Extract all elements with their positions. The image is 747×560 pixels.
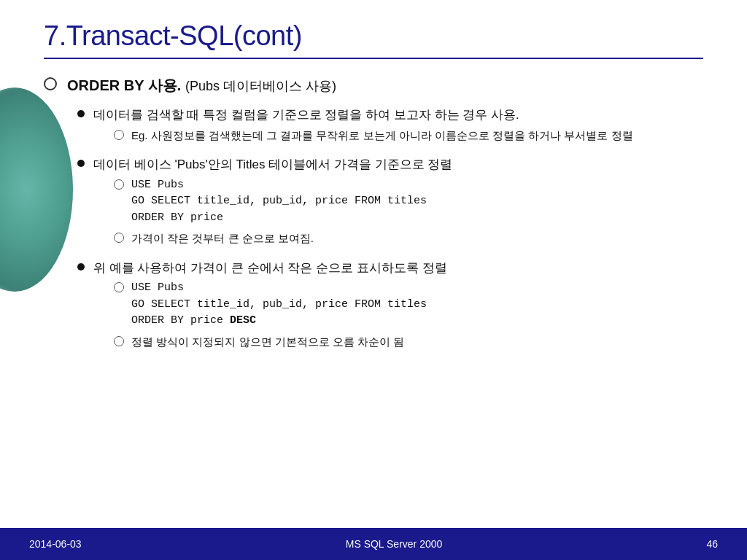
footer: 2014-06-03 MS SQL Server 2000 46 — [0, 528, 747, 560]
bullet-open-icon — [44, 77, 57, 90]
level2-text-2: 데이터 베이스 'Pubs'안의 Titles 테이블에서 가격을 기준으로 정… — [93, 155, 452, 174]
slide-title: 7.Transact-SQL(cont) — [44, 20, 703, 52]
level3-item-3-2: 정렬 방식이 지정되지 않으면 기본적으로 오름 차순이 됨 — [114, 334, 447, 351]
level1-item: ORDER BY 사용. (Pubs 데이터베이스 사용) — [44, 75, 703, 96]
level2-item-3: 위 예를 사용하여 가격이 큰 순에서 작은 순으로 표시하도록 정렬 USE … — [77, 259, 703, 355]
level3-container-1: Eg. 사원정보를 검색했는데 그 결과를 무작위로 보는게 아니라 이름순으로… — [114, 128, 633, 144]
header: 7.Transact-SQL(cont) — [0, 0, 747, 52]
content-area: ORDER BY 사용. (Pubs 데이터베이스 사용) 데이터를 검색할 때… — [0, 59, 747, 354]
slide: 7.Transact-SQL(cont) ORDER BY 사용. (Pubs … — [0, 0, 747, 560]
level3-item-3-1: USE PubsGO SELECT title_id, pub_id, pric… — [114, 280, 447, 330]
bullet-small-icon-5 — [114, 336, 124, 346]
bullet-small-icon-2 — [114, 179, 124, 190]
level2-item-1: 데이터를 검색할 때 특정 컬럼을 기준으로 정렬을 하여 보고자 하는 경우 … — [77, 106, 703, 148]
level2-text-1: 데이터를 검색할 때 특정 컬럼을 기준으로 정렬을 하여 보고자 하는 경우 … — [93, 106, 633, 125]
level3-item-2-1: USE PubsGO SELECT title_id, pub_id, pric… — [114, 177, 452, 227]
level2-container: 데이터를 검색할 때 특정 컬럼을 기준으로 정렬을 하여 보고자 하는 경우 … — [77, 106, 703, 354]
level3-container-2: USE PubsGO SELECT title_id, pub_id, pric… — [114, 177, 452, 247]
footer-page: 46 — [706, 538, 718, 550]
bullet-filled-icon — [77, 110, 85, 117]
level1-sub: (Pubs 데이터베이스 사용) — [185, 79, 336, 93]
footer-title: MS SQL Server 2000 — [346, 538, 443, 550]
level3-item-2-2: 가격이 작은 것부터 큰 순으로 보여짐. — [114, 230, 452, 247]
bullet-small-icon-4 — [114, 282, 124, 292]
bullet-small-icon — [114, 130, 124, 140]
bullet-filled-icon-2 — [77, 160, 85, 167]
level3-code-2-1: USE PubsGO SELECT title_id, pub_id, pric… — [131, 177, 427, 227]
bold-desc: DESC — [230, 314, 256, 327]
level3-item-1-1: Eg. 사원정보를 검색했는데 그 결과를 무작위로 보는게 아니라 이름순으로… — [114, 128, 633, 144]
level3-text-2-2: 가격이 작은 것부터 큰 순으로 보여짐. — [131, 230, 314, 247]
level3-text-3-2: 정렬 방식이 지정되지 않으면 기본적으로 오름 차순이 됨 — [131, 334, 404, 351]
level2-text-3: 위 예를 사용하여 가격이 큰 순에서 작은 순으로 표시하도록 정렬 — [93, 259, 447, 278]
level1-bold: ORDER BY 사용. — [67, 77, 181, 93]
level3-container-3: USE PubsGO SELECT title_id, pub_id, pric… — [114, 280, 447, 350]
level1-text: ORDER BY 사용. (Pubs 데이터베이스 사용) — [67, 75, 336, 96]
level3-text-1-1: Eg. 사원정보를 검색했는데 그 결과를 무작위로 보는게 아니라 이름순으로… — [131, 128, 633, 144]
level2-item-2: 데이터 베이스 'Pubs'안의 Titles 테이블에서 가격을 기준으로 정… — [77, 155, 703, 252]
level3-code-3-1: USE PubsGO SELECT title_id, pub_id, pric… — [131, 280, 427, 330]
footer-date: 2014-06-03 — [29, 538, 82, 550]
bullet-small-icon-3 — [114, 233, 124, 243]
bullet-filled-icon-3 — [77, 263, 85, 271]
